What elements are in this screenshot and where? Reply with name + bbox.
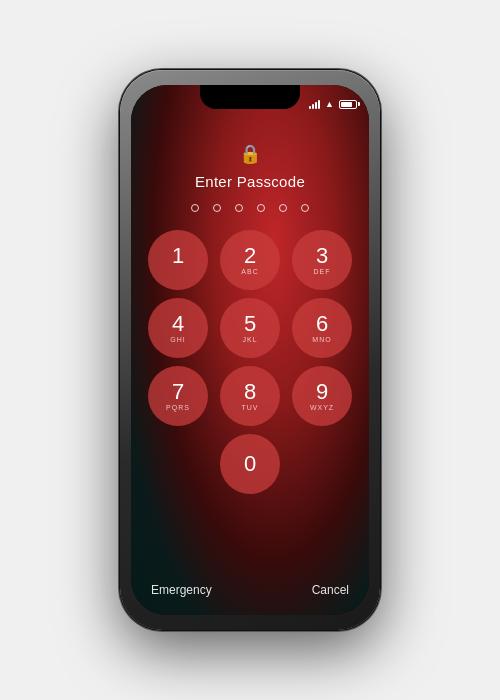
- dot-3: [235, 204, 243, 212]
- keypad-row-1: 1 2 ABC 3 DEF: [148, 230, 352, 290]
- phone-screen-container: ▲ 🔒 Enter Passcode: [131, 85, 369, 615]
- dot-1: [191, 204, 199, 212]
- key-8[interactable]: 8 TUV: [220, 366, 280, 426]
- key-6[interactable]: 6 MNO: [292, 298, 352, 358]
- phone-frame: ▲ 🔒 Enter Passcode: [120, 70, 380, 630]
- emergency-button[interactable]: Emergency: [151, 583, 212, 597]
- lock-icon: 🔒: [239, 143, 261, 165]
- dot-6: [301, 204, 309, 212]
- bottom-actions: Emergency Cancel: [131, 583, 369, 597]
- dot-2: [213, 204, 221, 212]
- key-placeholder-left: [148, 434, 208, 494]
- dot-5: [279, 204, 287, 212]
- key-9[interactable]: 9 WXYZ: [292, 366, 352, 426]
- lock-screen: ▲ 🔒 Enter Passcode: [131, 85, 369, 615]
- wifi-icon: ▲: [325, 99, 334, 109]
- status-icons: ▲: [309, 99, 357, 109]
- key-2[interactable]: 2 ABC: [220, 230, 280, 290]
- keypad-row-2: 4 GHI 5 JKL 6 MNO: [148, 298, 352, 358]
- battery-icon: [339, 100, 357, 109]
- signal-icon: [309, 99, 320, 109]
- dot-4: [257, 204, 265, 212]
- key-placeholder-right: [292, 434, 352, 494]
- key-4[interactable]: 4 GHI: [148, 298, 208, 358]
- key-1[interactable]: 1: [148, 230, 208, 290]
- passcode-title: Enter Passcode: [195, 173, 305, 190]
- lock-area: 🔒 Enter Passcode: [191, 143, 309, 212]
- key-5[interactable]: 5 JKL: [220, 298, 280, 358]
- keypad-row-4: 0: [148, 434, 352, 494]
- cancel-button[interactable]: Cancel: [312, 583, 349, 597]
- passcode-dots: [191, 204, 309, 212]
- keypad: 1 2 ABC 3 DEF 4 GHI: [148, 230, 352, 494]
- keypad-row-3: 7 PQRS 8 TUV 9 WXYZ: [148, 366, 352, 426]
- key-3[interactable]: 3 DEF: [292, 230, 352, 290]
- notch: [200, 85, 300, 109]
- key-0[interactable]: 0: [220, 434, 280, 494]
- key-7[interactable]: 7 PQRS: [148, 366, 208, 426]
